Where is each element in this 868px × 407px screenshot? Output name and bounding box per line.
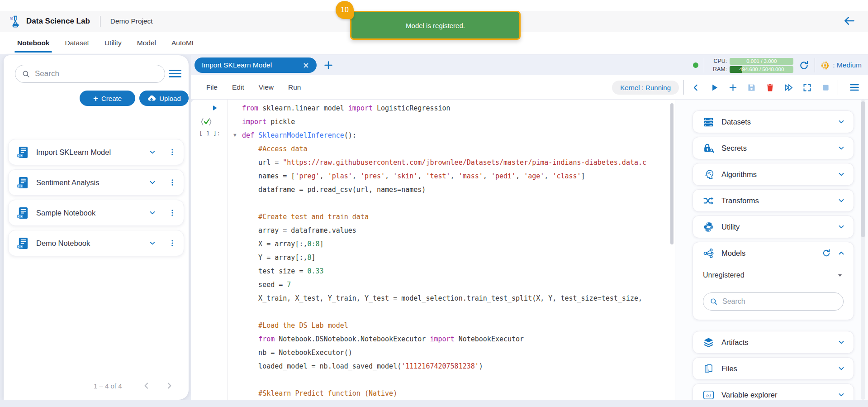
chevron-down-icon[interactable] (837, 170, 845, 178)
project-name: Demo Project (110, 17, 153, 25)
instance-size[interactable]: : Medium (821, 61, 862, 70)
upload-button[interactable]: Upload (139, 91, 189, 106)
sidebar-search-input[interactable] (35, 69, 158, 78)
models-filter-value: Unregistered (703, 271, 836, 279)
chevron-down-icon[interactable] (148, 178, 157, 187)
chevron-up-icon[interactable] (837, 249, 845, 257)
nav-tab-automl[interactable]: AutoML (171, 33, 196, 53)
sidebar-pagination: 1 – 4 of 4 (4, 379, 189, 393)
kebab-icon[interactable] (168, 148, 176, 156)
run-cell-gutter-icon[interactable] (211, 104, 218, 112)
panel-header-models[interactable]: Models (693, 242, 854, 264)
models-search-input[interactable] (722, 297, 837, 306)
notebook-item-label: Sentiment Analysis (36, 178, 148, 187)
panel-header-artifacts[interactable]: Artifacts (693, 331, 854, 353)
panel-header-datasets[interactable]: Datasets (693, 111, 854, 133)
chevron-down-icon[interactable] (837, 223, 845, 231)
refresh-icon[interactable] (799, 60, 809, 71)
editor-hamburger-icon[interactable] (849, 82, 860, 93)
sidebar-menu-icon[interactable] (169, 68, 181, 79)
fold-caret-icon[interactable]: ▼ (233, 129, 237, 142)
notebook-list-item[interactable]: Sentiment Analysis (8, 169, 184, 196)
panel-header-files[interactable]: Files (693, 358, 854, 379)
menu-view[interactable]: View (259, 83, 274, 91)
menu-run[interactable]: Run (288, 83, 301, 91)
nav-tab-notebook[interactable]: Notebook (16, 33, 50, 53)
models-filter-select[interactable]: Unregistered (703, 268, 844, 282)
svg-text:(x): (x) (707, 393, 711, 397)
notebook-icon (17, 237, 29, 250)
close-icon[interactable] (303, 62, 309, 69)
ram-label: RAM: (710, 66, 727, 72)
add-cell-icon[interactable] (728, 83, 738, 92)
resources-panel: DatasetsSecretsAlgorithmsTransformsUtili… (675, 100, 868, 400)
code-line: #Load the DS Lab model (242, 319, 669, 332)
step-back-icon[interactable] (691, 83, 701, 92)
resource-stats: CPU: 0.001 / 3.000 RAM: 494.680 / 5048.0… (693, 55, 862, 75)
chevron-down-icon[interactable] (837, 338, 845, 346)
notebook-icon (17, 176, 29, 189)
brand-divider (100, 16, 100, 27)
delete-cell-icon[interactable] (765, 83, 775, 92)
panel-card-datasets: Datasets (693, 110, 854, 133)
editor-gutter: [ 1 ]: (191, 100, 228, 400)
panel-card-utility: Utility (693, 215, 854, 238)
page-next-icon[interactable] (165, 381, 174, 390)
refresh-icon[interactable] (822, 249, 831, 258)
nav-tab-utility[interactable]: Utility (104, 33, 123, 53)
code-line: array = dataframe.values (242, 224, 669, 237)
notebook-list-item[interactable]: Demo Notebook (8, 230, 184, 256)
panel-card-secrets: Secrets (693, 137, 854, 159)
divider (683, 80, 684, 95)
workspace-tabbar: Import SKLearn Model CPU: 0.001 / 3.000 … (191, 55, 868, 75)
stop-kernel-icon[interactable] (821, 83, 830, 92)
save-notebook-icon[interactable] (747, 83, 756, 92)
plus-icon: + (93, 94, 98, 103)
chevron-down-icon[interactable] (837, 118, 845, 126)
artifacts-icon (703, 337, 714, 348)
panel-card-models: ModelsUnregistered (693, 242, 854, 320)
code-area[interactable]: from sklearn.linear_model import Logisti… (228, 100, 669, 400)
kebab-icon[interactable] (168, 239, 176, 247)
panel-header-secrets[interactable]: Secrets (693, 137, 854, 159)
panel-header-algorithms[interactable]: Algorithms (693, 163, 854, 185)
kebab-icon[interactable] (168, 209, 176, 217)
notebook-list-item[interactable]: Import SKLearn Model (8, 139, 184, 165)
run-all-icon[interactable] (784, 83, 793, 92)
cell-executed-icon (200, 117, 213, 126)
notebook-list-item[interactable]: Sample Notebook (8, 200, 184, 226)
chevron-down-icon[interactable] (148, 148, 157, 156)
fullscreen-icon[interactable] (802, 83, 812, 92)
cpu-label: CPU: (710, 58, 727, 64)
sidebar-search[interactable] (15, 65, 165, 83)
code-editor[interactable]: [ 1 ]: from sklearn.linear_model import … (191, 100, 675, 400)
panel-header-transforms[interactable]: Transforms (693, 190, 854, 211)
add-tab-icon[interactable] (323, 60, 334, 71)
chevron-down-icon[interactable] (837, 144, 845, 152)
page-prev-icon[interactable] (142, 381, 151, 390)
nav-tab-model[interactable]: Model (136, 33, 157, 53)
open-notebook-tab[interactable]: Import SKLearn Model (194, 57, 317, 73)
create-button[interactable]: + Create (80, 91, 135, 106)
back-arrow-icon[interactable] (843, 14, 855, 27)
panel-header-utility[interactable]: Utility (693, 216, 854, 238)
code-line: X_train, X_test, Y_train, Y_test = model… (242, 292, 669, 305)
upload-button-label: Upload (159, 95, 181, 102)
chevron-down-icon[interactable] (837, 364, 845, 373)
run-cell-icon[interactable] (710, 83, 719, 92)
code-line: X = array[:,0:8] (242, 237, 669, 251)
chevron-down-icon[interactable] (837, 391, 845, 399)
menu-file[interactable]: File (206, 83, 218, 91)
chevron-down-icon[interactable] (837, 196, 845, 205)
kebab-icon[interactable] (168, 178, 176, 187)
models-search[interactable] (703, 292, 844, 311)
models-icon (703, 248, 714, 259)
panel-card-transforms: Transforms (693, 189, 854, 212)
nav-tab-dataset[interactable]: Dataset (64, 33, 90, 53)
code-line: #Sklearn Predict function (Native) (242, 387, 669, 400)
chevron-down-icon[interactable] (148, 239, 157, 247)
editor-scrollbar[interactable] (670, 103, 674, 244)
chevron-down-icon[interactable] (148, 209, 157, 217)
menu-edit[interactable]: Edit (232, 83, 244, 91)
panel-scrollbar[interactable] (861, 101, 865, 237)
